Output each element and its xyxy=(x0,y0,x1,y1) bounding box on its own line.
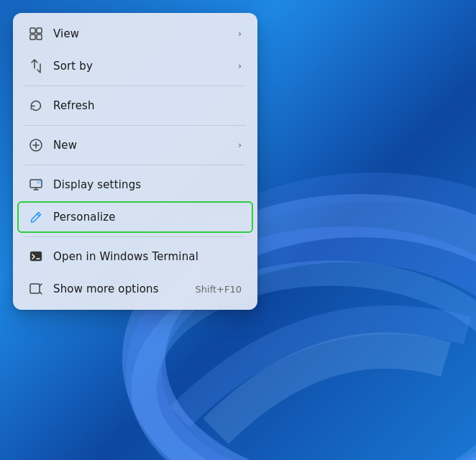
view-icon xyxy=(29,27,43,41)
personalize-label: Personalize xyxy=(53,211,242,224)
terminal-label: Open in Windows Terminal xyxy=(53,250,242,263)
menu-item-view[interactable]: View › xyxy=(17,18,253,50)
refresh-icon xyxy=(29,98,43,113)
svg-rect-12 xyxy=(30,252,42,261)
sort-by-label: Sort by xyxy=(53,60,228,73)
svg-rect-13 xyxy=(30,284,40,293)
new-chevron: › xyxy=(238,140,242,150)
divider-3 xyxy=(24,165,246,165)
svg-rect-6 xyxy=(30,34,35,40)
svg-point-11 xyxy=(38,181,40,183)
divider-2 xyxy=(24,125,246,126)
divider-1 xyxy=(24,86,246,86)
context-menu: View › Sort by › Refresh xyxy=(13,13,257,310)
menu-item-terminal[interactable]: Open in Windows Terminal xyxy=(17,241,253,272)
show-more-shortcut: Shift+F10 xyxy=(196,284,242,295)
svg-rect-7 xyxy=(37,34,42,40)
svg-rect-5 xyxy=(37,28,42,33)
menu-item-personalize[interactable]: Personalize xyxy=(17,201,253,233)
sort-icon xyxy=(29,59,43,73)
new-icon xyxy=(29,138,43,152)
view-label: View xyxy=(53,27,228,40)
menu-item-sort-by[interactable]: Sort by › xyxy=(17,50,253,82)
menu-item-show-more[interactable]: Show more options Shift+F10 xyxy=(17,273,253,305)
terminal-icon xyxy=(29,249,43,264)
display-settings-label: Display settings xyxy=(53,178,242,191)
personalize-icon xyxy=(29,210,43,224)
menu-item-refresh[interactable]: Refresh xyxy=(17,90,253,121)
menu-item-new[interactable]: New › xyxy=(17,129,253,161)
new-label: New xyxy=(53,139,228,152)
divider-4 xyxy=(24,236,246,237)
more-options-icon xyxy=(29,282,43,296)
svg-rect-4 xyxy=(30,28,35,33)
refresh-label: Refresh xyxy=(53,99,242,112)
view-chevron: › xyxy=(238,29,242,39)
sort-by-chevron: › xyxy=(238,61,242,71)
show-more-label: Show more options xyxy=(53,282,186,295)
display-icon xyxy=(29,178,43,192)
menu-item-display-settings[interactable]: Display settings xyxy=(17,169,253,201)
